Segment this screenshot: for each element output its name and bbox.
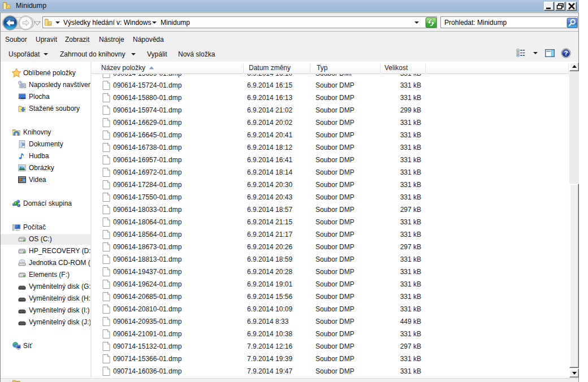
- svg-text:?: ?: [564, 50, 568, 57]
